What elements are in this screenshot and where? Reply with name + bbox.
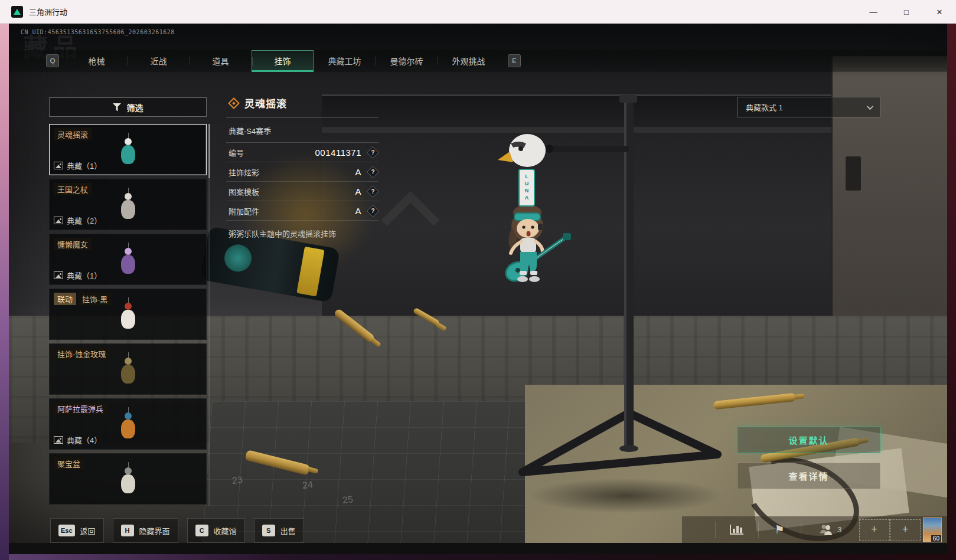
team-button[interactable]: 3 [801, 516, 859, 543]
shortcut-button[interactable]: C 收藏馆 [187, 518, 245, 543]
details-panel: 灵魂摇滚 典藏-S4赛季 编号 001411371 ? 挂饰炫彩 A ? 图案模… [226, 93, 379, 246]
detail-row: 编号 001411371 ? [226, 143, 379, 162]
detail-value: 001411371 [315, 148, 361, 158]
item-badges: 聚宝盆 [54, 457, 84, 470]
list-item[interactable]: 慵懒魔女 典藏（1） [49, 234, 207, 285]
mat-number: 23 [231, 474, 243, 486]
tab-label: 典藏工坊 [328, 55, 361, 67]
item-name-badge: 挂饰-蚀金玫瑰 [54, 348, 109, 360]
item-name-badge: 阿萨拉霰弹兵 [54, 402, 107, 415]
shortcut-label: 出售 [280, 525, 296, 536]
plus-icon: + [871, 523, 877, 536]
invite-slot[interactable]: + [890, 516, 921, 543]
detail-value: A [355, 206, 361, 216]
bottom-letterbox [9, 543, 947, 554]
help-icon[interactable]: ? [367, 185, 379, 197]
style-dropdown[interactable]: 典藏款式 1 [737, 97, 880, 117]
eagle-head-charm [498, 134, 546, 167]
item-thumbnail [116, 243, 140, 279]
item-name-badge: 灵魂摇滚 [54, 128, 92, 140]
tab[interactable]: 挂饰 [252, 50, 314, 71]
set-default-button[interactable]: 设置默认 [737, 427, 880, 453]
list-item[interactable]: 挂饰-蚀金玫瑰 [49, 343, 207, 395]
member-count: 3 [838, 526, 842, 534]
item-list: 灵魂摇滚 典藏（1） 王国之杖 典藏（2） 慵懒魔女 [49, 124, 207, 506]
linkage-badge: 联动 [54, 293, 76, 305]
collection-count: 典藏（2） [54, 215, 102, 226]
chevron-down-icon [867, 103, 873, 109]
collection-icon [54, 436, 63, 444]
tabs: 枪械 近战 道具 挂饰 典藏工坊 曼德尔砖 外观挑战 [66, 50, 500, 71]
item-badges: 王国之杖 [54, 183, 92, 195]
detail-label: 附加配件 [229, 205, 259, 217]
player-avatar[interactable]: 60 [923, 518, 942, 542]
tab[interactable]: 道具 [190, 50, 252, 71]
item-badges: 灵魂摇滚 [54, 128, 92, 140]
help-icon[interactable]: ? [367, 146, 379, 158]
next-tab-keycap: E [508, 54, 521, 67]
list-item[interactable]: 阿萨拉霰弹兵 典藏（4） [49, 398, 207, 450]
shortcut-keycap: H [121, 525, 134, 536]
charm-stand [523, 95, 717, 472]
shortcut-keycap: S [262, 525, 275, 536]
view-details-button[interactable]: 查看详情 [737, 463, 880, 489]
mat-number: 25 [342, 494, 354, 506]
tab[interactable]: 典藏工坊 [314, 50, 376, 71]
item-thumbnail [116, 188, 140, 224]
item-badges: 慵懒魔女 [54, 238, 92, 250]
help-icon[interactable]: ? [367, 165, 379, 178]
mat-number: 24 [302, 479, 314, 491]
app-window: 三角洲行动 — □ ✕ 23 24 25 [0, 0, 956, 560]
level-badge: 60 [931, 535, 941, 542]
filter-label: 筛选 [127, 101, 143, 113]
list-item[interactable]: 王国之杖 典藏（2） [49, 179, 207, 230]
bar-chart-icon [730, 525, 743, 535]
minimize-button[interactable]: — [857, 0, 890, 24]
shortcut-button[interactable]: H 隐藏界面 [113, 518, 178, 543]
stats-button[interactable] [716, 516, 758, 543]
tab-label: 外观挑战 [452, 55, 485, 67]
collection-icon [54, 271, 63, 279]
detail-value: A [355, 186, 361, 197]
shortcut-label: 返回 [80, 525, 96, 536]
shortcut-button[interactable]: S 出售 [254, 518, 304, 543]
tab[interactable]: 外观挑战 [438, 50, 500, 71]
uid-text: CN UID:45635135631653755606_202603261628 [21, 29, 175, 35]
collection-icon [54, 217, 63, 224]
season-label: 典藏-S4赛季 [226, 118, 379, 143]
desktop-wallpaper-left [0, 24, 9, 560]
list-item[interactable]: 联动 挂饰-黑 [49, 289, 207, 340]
game-viewport: 23 24 25 [9, 24, 947, 554]
item-thumbnail [116, 133, 140, 169]
charm-strap: LUNA [518, 169, 535, 207]
tab-label: 道具 [213, 55, 229, 67]
filter-button[interactable]: 筛选 [49, 97, 207, 117]
item-name-badge: 慵懒魔女 [54, 238, 92, 250]
shortcut-button[interactable]: Esc 返回 [50, 518, 104, 543]
list-item[interactable]: 灵魂摇滚 典藏（1） [49, 124, 207, 175]
item-badges: 挂饰-蚀金玫瑰 [54, 348, 109, 360]
prev-tab-keycap: Q [46, 54, 59, 67]
tab[interactable]: 近战 [128, 50, 190, 71]
window-titlebar: 三角洲行动 — □ ✕ [0, 0, 956, 24]
list-scrollbar[interactable] [208, 124, 210, 506]
detail-label: 编号 [229, 147, 244, 158]
tab[interactable]: 枪械 [66, 50, 128, 71]
window-controls: — □ ✕ [857, 0, 956, 24]
close-button[interactable]: ✕ [923, 0, 956, 24]
item-description: 粥粥乐队主题中的灵魂摇滚挂饰 [226, 221, 379, 246]
maximize-button[interactable]: □ [890, 0, 923, 24]
hud-band: ⚑ 3 + + 60 [682, 516, 947, 543]
tab-label: 曼德尔砖 [390, 55, 423, 67]
window-title: 三角洲行动 [29, 6, 67, 17]
help-icon[interactable]: ? [367, 204, 379, 217]
list-item[interactable]: 聚宝盆 [49, 453, 207, 505]
item-badges: 联动 挂饰-黑 [54, 293, 111, 305]
detail-value: A [355, 167, 361, 177]
item-thumbnail [116, 352, 140, 389]
invite-slot[interactable]: + [859, 516, 890, 543]
flag-button[interactable]: ⚑ [758, 516, 800, 543]
tab[interactable]: 曼德尔砖 [376, 50, 438, 71]
detail-row: 挂饰炫彩 A ? [226, 162, 379, 182]
item-name-badge: 王国之杖 [54, 183, 92, 195]
